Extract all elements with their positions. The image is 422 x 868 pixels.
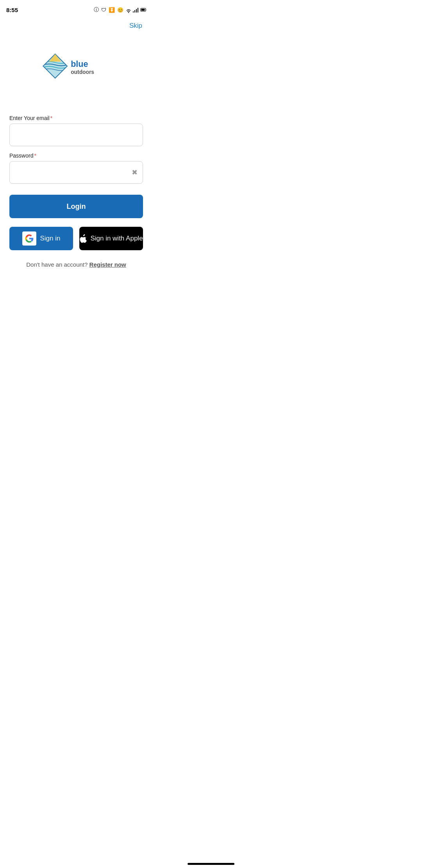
apple-icon (79, 234, 87, 243)
info-icon: ⓘ (94, 6, 99, 13)
register-link[interactable]: Register now (89, 261, 126, 268)
svg-rect-3 (136, 9, 137, 13)
svg-text:outdoors: outdoors (71, 69, 94, 75)
status-bar: 8:55 ⓘ 🛡 ⏬ 😊 (0, 0, 152, 17)
login-button[interactable]: Login (9, 195, 143, 218)
shield-icon: 🛡 (101, 7, 106, 13)
google-signin-button[interactable]: Sign in (9, 227, 73, 250)
status-icons: ⓘ 🛡 ⏬ 😊 (94, 6, 146, 13)
download-icon: ⏬ (109, 7, 115, 13)
google-logo (22, 231, 36, 246)
app-logo: blue outdoors (37, 48, 115, 84)
password-label: Password* (9, 152, 143, 159)
system-icons (126, 7, 146, 13)
form-area: Enter Your email* Password* ✖ Login Sign… (0, 115, 152, 268)
svg-text:blue: blue (71, 59, 88, 69)
email-input[interactable] (9, 124, 143, 146)
svg-rect-2 (134, 10, 135, 13)
svg-rect-4 (138, 8, 138, 13)
skip-button[interactable]: Skip (126, 20, 145, 31)
svg-point-0 (128, 12, 129, 13)
svg-rect-7 (141, 9, 145, 11)
register-text: Don't have an account? Register now (9, 261, 143, 268)
apple-signin-button[interactable]: Sign in with Apple (79, 227, 143, 250)
google-signin-label: Sign in (40, 235, 61, 242)
apple-signin-label: Sign in with Apple (90, 235, 143, 242)
password-input[interactable] (9, 161, 143, 184)
google-icon (25, 234, 34, 243)
eye-icon[interactable]: ✖ (132, 168, 138, 177)
svg-rect-1 (133, 11, 134, 13)
status-time: 8:55 (6, 7, 18, 13)
email-label: Enter Your email* (9, 115, 143, 121)
emoji-icon: 😊 (117, 7, 123, 13)
logo-area: blue outdoors (0, 48, 152, 84)
social-row: Sign in Sign in with Apple (9, 227, 143, 250)
password-wrapper: ✖ (9, 161, 143, 184)
